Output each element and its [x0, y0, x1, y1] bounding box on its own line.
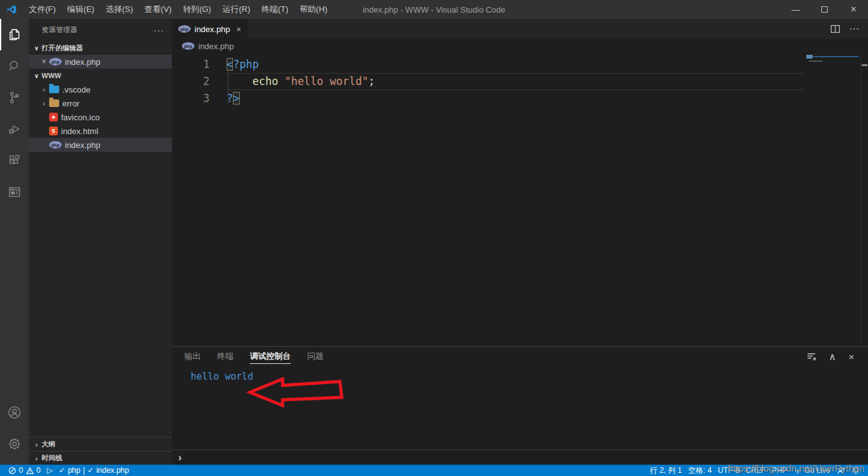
- clear-console-icon[interactable]: [806, 351, 816, 361]
- menu-edit[interactable]: 编辑(E): [62, 0, 100, 19]
- run-debug-icon[interactable]: [0, 113, 29, 145]
- minimize-button[interactable]: —: [781, 0, 810, 19]
- breadcrumb[interactable]: php index.php: [172, 39, 868, 53]
- explorer-sidebar: 资源管理器 ··· ∨ 打开的编辑器 × php index.php ∨ WWW…: [29, 19, 172, 465]
- feedback-button[interactable]: [833, 465, 848, 476]
- explorer-more-actions-icon[interactable]: ···: [154, 25, 164, 35]
- debug-console-input[interactable]: ›: [172, 450, 868, 465]
- status-pipe: |: [83, 466, 85, 475]
- chevron-down-icon: ∨: [31, 45, 42, 52]
- line-number: 3: [172, 90, 227, 107]
- title-bar: 文件(F) 编辑(E) 选择(S) 查看(V) 转到(G) 运行(R) 终端(T…: [0, 0, 868, 19]
- code-token: ;: [368, 75, 375, 88]
- menu-file[interactable]: 文件(F): [23, 0, 62, 19]
- settings-gear-icon[interactable]: [0, 428, 29, 460]
- run-status-button[interactable]: ▷: [43, 465, 55, 476]
- code-token: "hello world": [285, 75, 368, 88]
- open-editor-item-indexphp[interactable]: × php index.php: [29, 55, 172, 69]
- maximize-button[interactable]: [810, 0, 839, 19]
- encoding-status[interactable]: UTF-8: [715, 465, 743, 476]
- close-editor-icon[interactable]: ×: [39, 57, 49, 66]
- play-icon: ▷: [47, 466, 52, 475]
- tree-item-favicon[interactable]: › ★ favicon.ico: [29, 110, 172, 124]
- code-token: ?: [227, 92, 233, 105]
- menu-view[interactable]: 查看(V): [138, 0, 177, 19]
- account-icon[interactable]: [0, 397, 29, 428]
- tree-item-label: .vscode: [62, 85, 91, 94]
- code-editor[interactable]: 1 <?php 2 echo "hello world"; 3 ?>: [172, 53, 868, 346]
- status-bar: 0 0 ▷ ✓ php | ✓ index.php 行 2, 列 1 空格: 4…: [0, 465, 868, 476]
- minimap[interactable]: [804, 53, 860, 346]
- extensions-icon[interactable]: [0, 145, 29, 176]
- minimap-code-mark: [813, 56, 859, 57]
- debug-console-output[interactable]: hello world: [172, 366, 868, 450]
- go-live-label: Go Live: [804, 466, 830, 475]
- code-token: [278, 75, 285, 88]
- indentation-text: 空格: 4: [688, 465, 711, 476]
- folder-root-www[interactable]: ∨ WWW: [29, 69, 172, 82]
- close-window-button[interactable]: ×: [839, 0, 868, 19]
- tree-item-label: favicon.ico: [61, 113, 99, 122]
- timeline-label: 时间线: [42, 453, 62, 463]
- chevron-right-icon: ›: [39, 86, 49, 93]
- annotation-arrow-icon: [246, 375, 347, 407]
- menu-go[interactable]: 转到(G): [178, 0, 217, 19]
- vscode-folder-icon: [49, 86, 59, 93]
- php-file-icon: php: [182, 42, 194, 50]
- check-icon: ✓: [87, 466, 94, 475]
- code-token: [227, 75, 252, 88]
- tree-item-vscode[interactable]: › .vscode: [29, 82, 172, 96]
- tab-label: index.php: [194, 25, 230, 34]
- panel-tab-debug-console[interactable]: 调试控制台: [250, 347, 291, 366]
- overview-ruler-marker: [862, 64, 867, 66]
- indentation-status[interactable]: 空格: 4: [685, 465, 714, 476]
- language-mode-status[interactable]: PHP: [769, 465, 791, 476]
- search-icon[interactable]: [0, 50, 29, 82]
- php-status[interactable]: ✓ php | ✓ index.php: [56, 465, 132, 476]
- window-title: index.php - WWW - Visual Studio Code: [363, 5, 505, 14]
- php-status-label: php: [68, 466, 81, 475]
- php-badge-text: php: [181, 27, 189, 31]
- file-status-label: index.php: [96, 466, 129, 475]
- warning-count: 0: [37, 466, 41, 475]
- php-badge-text: php: [184, 44, 193, 48]
- notifications-button[interactable]: [848, 465, 863, 476]
- panel-tab-terminal[interactable]: 终端: [217, 347, 234, 366]
- language-text: PHP: [772, 466, 787, 475]
- vscode-logo-icon: [6, 4, 17, 15]
- open-editors-section[interactable]: ∨ 打开的编辑器: [29, 41, 172, 55]
- chevron-down-icon: ∨: [31, 72, 42, 79]
- go-live-button[interactable]: Go Live: [791, 465, 833, 476]
- broadcast-icon: [794, 467, 802, 475]
- tree-item-indexphp[interactable]: › php index.php: [29, 138, 172, 152]
- panel-tab-output[interactable]: 输出: [184, 347, 201, 366]
- line-number: 2: [172, 73, 227, 90]
- explorer-icon[interactable]: [0, 19, 29, 50]
- tree-item-indexhtml[interactable]: › 5 index.html: [29, 124, 172, 138]
- tab-close-icon[interactable]: ×: [236, 25, 241, 34]
- split-editor-icon[interactable]: [830, 24, 840, 34]
- tab-indexphp[interactable]: php index.php ×: [172, 19, 247, 39]
- menu-help[interactable]: 帮助(H): [294, 0, 333, 19]
- menu-selection[interactable]: 选择(S): [100, 0, 138, 19]
- close-panel-icon[interactable]: ×: [848, 351, 854, 362]
- menu-run[interactable]: 运行(R): [217, 0, 256, 19]
- menu-terminal[interactable]: 终端(T): [256, 0, 294, 19]
- maximize-panel-icon[interactable]: ∧: [829, 351, 837, 363]
- browser-preview-icon[interactable]: [0, 176, 29, 208]
- editor-scrollbar[interactable]: [860, 53, 868, 346]
- source-control-icon[interactable]: [0, 82, 29, 113]
- timeline-pane-header[interactable]: › 时间线: [29, 451, 172, 465]
- editor-more-actions-icon[interactable]: ···: [849, 23, 859, 35]
- cursor-position-status[interactable]: 行 2, 列 1: [647, 465, 685, 476]
- outline-pane-header[interactable]: › 大纲: [29, 437, 172, 451]
- php-badge-text: php: [52, 143, 60, 147]
- php-file-icon: php: [49, 141, 62, 149]
- tree-item-error[interactable]: › error: [29, 96, 172, 110]
- panel-tab-problems[interactable]: 问题: [307, 347, 324, 366]
- eol-status[interactable]: CRLF: [743, 465, 769, 476]
- sidebar-title: 资源管理器: [42, 25, 78, 35]
- problems-status[interactable]: 0 0: [5, 465, 43, 476]
- php-file-icon: php: [178, 25, 191, 33]
- code-line-3: 3 ?>: [172, 90, 804, 107]
